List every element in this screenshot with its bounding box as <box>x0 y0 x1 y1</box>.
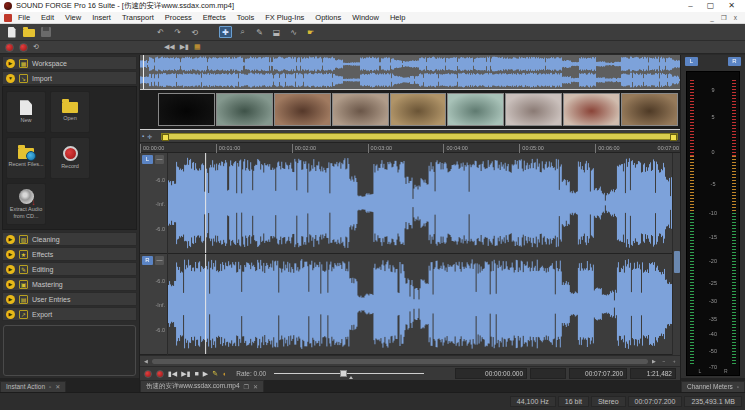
scrollbar-track[interactable] <box>152 359 648 364</box>
slider-handle[interactable] <box>340 370 347 377</box>
zoom-in-button[interactable]: ＋ <box>670 358 678 364</box>
pan-tool-button[interactable]: ✚ <box>219 26 232 38</box>
menu-item[interactable]: Window <box>352 13 379 22</box>
doc-minimize-button[interactable]: _ <box>710 14 714 22</box>
open-button[interactable]: Open <box>50 91 90 133</box>
left-channel-button[interactable]: L <box>142 155 153 164</box>
close-icon[interactable]: ✕ <box>55 383 60 390</box>
recent-files-button[interactable]: Recent Files... <box>6 137 46 179</box>
menu-item[interactable]: Tools <box>237 13 255 22</box>
record-button[interactable]: Record <box>50 137 90 179</box>
doc-close-button[interactable]: x <box>734 14 737 22</box>
video-thumbnail[interactable] <box>158 93 215 126</box>
scroll-left-button[interactable]: ◀ <box>142 358 150 364</box>
left-channel-waveform[interactable] <box>168 153 672 254</box>
sidebar-item-cleaning[interactable]: ▶ ▧ Cleaning <box>2 232 137 246</box>
sidebar-item-import[interactable]: ▼ ↘ Import <box>2 71 137 85</box>
record-button[interactable] <box>19 43 28 52</box>
loop-region-bar[interactable] <box>161 133 678 140</box>
sidebar-item-export[interactable]: ▶ ↗ Export <box>2 307 137 321</box>
vertical-scrollbar[interactable] <box>672 153 680 355</box>
pan-crosshair-icon[interactable]: ✛ <box>147 133 152 140</box>
scroll-right-button[interactable]: ▶ <box>650 358 658 364</box>
edit-tool-button[interactable]: ✎ <box>253 26 266 38</box>
sidebar-item-editing[interactable]: ▶ ✎ Editing <box>2 262 137 276</box>
minimize-button[interactable]: – <box>688 1 692 11</box>
touch-tool-button[interactable]: ☛ <box>304 26 317 38</box>
zoom-tool-button[interactable]: ⌕ <box>236 26 249 38</box>
envelope-tool-button[interactable]: ∿ <box>287 26 300 38</box>
expand-arrow-icon[interactable]: ▶ <box>6 250 15 259</box>
close-button[interactable]: ✕ <box>728 1 735 11</box>
total-length-field[interactable]: 00:07:07.200 <box>569 368 627 379</box>
channel-meters-tab[interactable]: Channel Meters ▫ <box>681 381 745 392</box>
sidebar-item-effects[interactable]: ▶ ★ Effects <box>2 247 137 261</box>
waveform-canvases[interactable] <box>168 153 672 355</box>
play-button[interactable]: ▶ <box>203 369 208 379</box>
time-ruler[interactable]: 00:00:0000:01:0000:02:0000:03:0000:04:00… <box>140 142 680 153</box>
cursor-position-field[interactable]: 00:00:00.000 <box>455 368 527 379</box>
close-icon[interactable]: ✕ <box>253 383 258 390</box>
menu-item[interactable]: File <box>18 13 30 22</box>
sample-position-field[interactable]: 1:21,482 <box>630 368 676 379</box>
video-thumbnail[interactable] <box>563 93 620 126</box>
go-to-start-button[interactable]: ▮◀ <box>168 369 177 379</box>
sidebar-item-workspace[interactable]: ▶ ▦ Workspace <box>2 56 137 70</box>
go-to-start-button[interactable]: ◀◀ <box>164 43 175 51</box>
record-button[interactable] <box>156 370 164 378</box>
scrollbar-thumb[interactable] <box>674 251 680 273</box>
right-channel-waveform[interactable] <box>168 254 672 355</box>
expand-arrow-icon[interactable]: ▶ <box>6 310 15 319</box>
menu-item[interactable]: Insert <box>92 13 111 22</box>
menu-item[interactable]: Transport <box>122 13 154 22</box>
expand-arrow-icon[interactable]: ▶ <box>6 265 15 274</box>
save-button[interactable] <box>39 26 52 38</box>
redo-button[interactable]: ↷ <box>171 26 184 38</box>
video-thumbnail[interactable] <box>216 93 273 126</box>
loop-playback-button[interactable]: ⟲ <box>33 43 39 51</box>
event-tool-button[interactable]: ⬓ <box>270 26 283 38</box>
doc-restore-button[interactable]: ❐ <box>721 14 727 22</box>
video-thumbnail[interactable] <box>274 93 331 126</box>
video-thumbnail[interactable] <box>505 93 562 126</box>
minimize-channel-icon[interactable]: — <box>155 256 164 265</box>
maximize-button[interactable]: ▢ <box>707 1 715 11</box>
video-thumbnail[interactable] <box>332 93 389 126</box>
menu-item[interactable]: Effects <box>203 13 226 22</box>
sidebar-item-mastering[interactable]: ▶ ▣ Mastering <box>2 277 137 291</box>
new-button[interactable]: New <box>6 91 46 133</box>
repeat-button[interactable]: ⟲ <box>188 26 201 38</box>
expand-arrow-icon[interactable]: ▶ <box>6 295 15 304</box>
overview-canvas[interactable] <box>140 55 680 89</box>
go-to-end-button[interactable]: ▶▮ <box>181 369 190 379</box>
menu-item[interactable]: View <box>65 13 81 22</box>
new-file-button[interactable] <box>5 26 18 38</box>
loop-icon[interactable]: ◖ <box>222 369 226 379</box>
right-channel-button[interactable]: R <box>142 256 153 265</box>
waveform-overview[interactable] <box>140 55 680 89</box>
rate-slider[interactable] <box>274 369 424 378</box>
menu-item[interactable]: Edit <box>41 13 54 22</box>
collapse-arrow-icon[interactable]: ▼ <box>6 74 15 83</box>
expand-arrow-icon[interactable]: ▶ <box>6 280 15 289</box>
pin-icon[interactable]: ▫ <box>737 384 739 390</box>
expand-arrow-icon[interactable]: ▶ <box>6 235 15 244</box>
lock-icon[interactable]: ▪ <box>142 133 144 140</box>
instant-action-tab[interactable]: Instant Action ▫ ✕ <box>0 381 66 392</box>
undo-button[interactable]: ↶ <box>154 26 167 38</box>
sidebar-item-user-entries[interactable]: ▶ ▤ User Entries <box>2 292 137 306</box>
video-thumbnail[interactable] <box>621 93 678 126</box>
restore-icon[interactable]: ❐ <box>244 383 249 390</box>
play-as-cutlist-icon[interactable]: ✎ <box>212 369 218 379</box>
menu-item[interactable]: Process <box>165 13 192 22</box>
menu-item[interactable]: Options <box>315 13 341 22</box>
meter-right-button[interactable]: R <box>728 57 741 66</box>
record-options-button[interactable] <box>144 370 152 378</box>
video-thumbnail[interactable] <box>390 93 447 126</box>
meter-left-button[interactable]: L <box>685 57 698 66</box>
menu-item[interactable]: Help <box>390 13 405 22</box>
minimize-channel-icon[interactable]: — <box>155 155 164 164</box>
go-to-end-button[interactable]: ▶▮ <box>180 43 189 51</box>
stop-button[interactable]: ■ <box>195 369 199 379</box>
video-thumbnail[interactable] <box>447 93 504 126</box>
